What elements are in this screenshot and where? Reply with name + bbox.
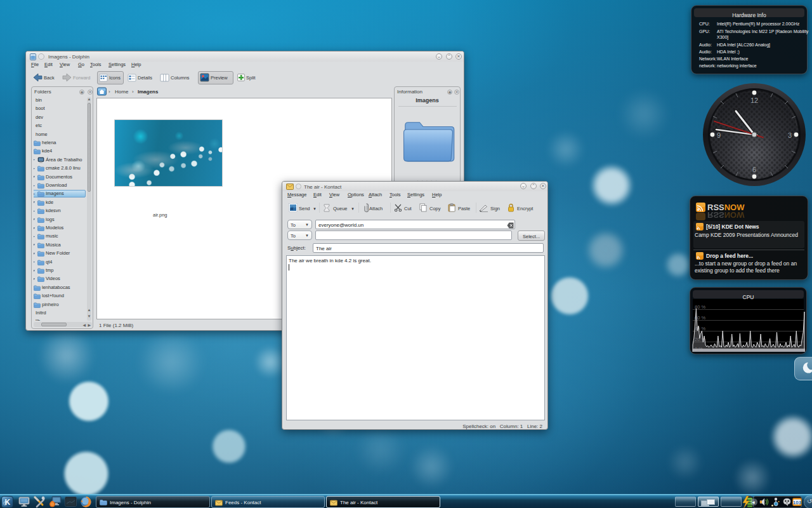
svg-text:12: 12 [750, 97, 758, 104]
svg-text:9: 9 [717, 131, 721, 139]
svg-text:103: 103 [793, 500, 802, 505]
svg-text:6: 6 [752, 166, 756, 173]
svg-text:3: 3 [788, 131, 792, 139]
